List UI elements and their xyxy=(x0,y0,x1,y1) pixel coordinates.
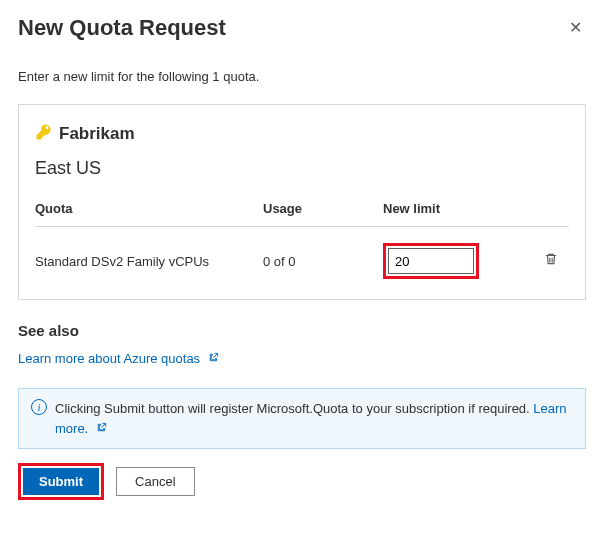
submit-button[interactable]: Submit xyxy=(23,468,99,495)
external-link-icon xyxy=(96,423,107,435)
quota-name-cell: Standard DSv2 Family vCPUs xyxy=(35,254,263,269)
external-link-icon xyxy=(208,353,219,365)
info-text: Clicking Submit button will register Mic… xyxy=(55,401,533,416)
region-name: East US xyxy=(35,158,569,179)
intro-text: Enter a new limit for the following 1 qu… xyxy=(18,69,586,84)
page-title: New Quota Request xyxy=(18,15,226,41)
table-row: Standard DSv2 Family vCPUs 0 of 0 xyxy=(35,227,569,279)
trash-icon[interactable] xyxy=(533,251,569,271)
learn-quotas-label: Learn more about Azure quotas xyxy=(18,351,200,366)
quota-panel: Fabrikam East US Quota Usage New limit S… xyxy=(18,104,586,300)
col-newlimit: New limit xyxy=(383,201,533,216)
quota-table: Quota Usage New limit Standard DSv2 Fami… xyxy=(35,201,569,279)
key-icon xyxy=(35,123,53,144)
info-icon: i xyxy=(31,399,47,415)
learn-quotas-link[interactable]: Learn more about Azure quotas xyxy=(18,351,219,366)
see-also-heading: See also xyxy=(18,322,586,339)
new-limit-input[interactable] xyxy=(388,248,474,274)
info-banner: i Clicking Submit button will register M… xyxy=(18,388,586,449)
col-quota: Quota xyxy=(35,201,263,216)
usage-cell: 0 of 0 xyxy=(263,254,383,269)
col-usage: Usage xyxy=(263,201,383,216)
close-icon[interactable]: ✕ xyxy=(565,14,586,41)
cancel-button[interactable]: Cancel xyxy=(116,467,194,496)
subscription-name: Fabrikam xyxy=(59,124,135,144)
